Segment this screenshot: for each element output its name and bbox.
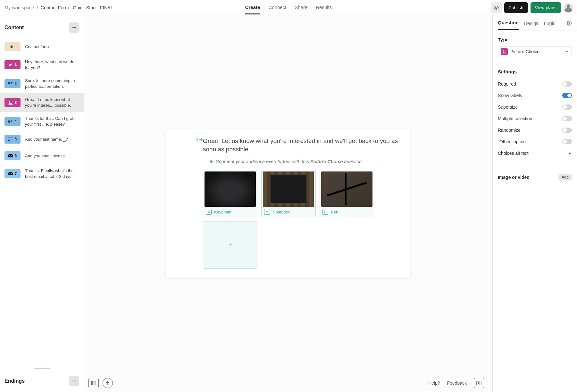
- publish-button[interactable]: Publish: [504, 2, 528, 13]
- svg-rect-21: [8, 172, 13, 175]
- plus-icon: +: [72, 378, 76, 384]
- picture-choice-icon: [501, 48, 508, 55]
- sidebar-item-6[interactable]: 6And you email please...: [0, 147, 84, 164]
- collapse-panel-button[interactable]: [474, 378, 484, 388]
- svg-point-26: [503, 50, 504, 52]
- setting-multiple: Multiple selection: [498, 113, 572, 124]
- toggle-multiple[interactable]: [562, 116, 572, 121]
- panel-left-icon: [91, 380, 96, 386]
- breadcrumb-title[interactable]: Contact Form - Quick Start - FINAL ...: [41, 5, 118, 10]
- question-number: 1: [15, 62, 17, 67]
- svg-rect-8: [11, 83, 12, 84]
- chevron-down-icon: [567, 151, 572, 155]
- svg-point-25: [569, 22, 570, 24]
- arrow-right-icon: [199, 138, 203, 141]
- question-chip: 7: [4, 169, 21, 178]
- sidebar-item-7[interactable]: 7Thanks. Finally, what's the best email …: [0, 164, 84, 183]
- question-label: Great. Let us know what you're interes..…: [25, 97, 79, 108]
- nav-connect[interactable]: Connect: [268, 1, 286, 14]
- svg-rect-14: [11, 121, 12, 122]
- question-chip: 6: [4, 151, 21, 160]
- nav-share[interactable]: Share: [295, 1, 307, 14]
- question-type-icon: [8, 100, 13, 105]
- svg-rect-15: [8, 138, 10, 138]
- setting-label: Multiple selection: [498, 116, 532, 121]
- collapse-sidebar-button[interactable]: [88, 378, 99, 388]
- question-type-icon: [8, 171, 13, 176]
- tab-settings-icon[interactable]: [567, 21, 572, 29]
- svg-point-9: [9, 101, 10, 103]
- question-chip: 5: [4, 135, 21, 144]
- question-label: Contact form: [25, 44, 49, 50]
- content-heading: Content: [4, 25, 24, 30]
- avatar[interactable]: [564, 3, 573, 13]
- preview-button[interactable]: [491, 2, 502, 13]
- sidebar-item-4[interactable]: 4Thanks for that. Can I grab your first …: [0, 112, 84, 131]
- gear-icon: [567, 21, 572, 26]
- diamond-icon: [209, 160, 213, 163]
- svg-rect-7: [11, 82, 13, 83]
- svg-rect-10: [8, 120, 10, 121]
- add-media-button[interactable]: Add: [558, 174, 572, 180]
- question-chip: [4, 42, 21, 51]
- question-description[interactable]: Segment your audience even further with …: [210, 159, 400, 164]
- question-label: Hey there, what can we do for you?: [25, 59, 79, 70]
- nav-create[interactable]: Create: [245, 1, 260, 14]
- question-type-icon: [8, 137, 13, 141]
- toggle-supersize[interactable]: [562, 104, 572, 110]
- choice-label: Keychain: [214, 210, 231, 214]
- toggle-showlabels[interactable]: [562, 93, 572, 98]
- toggle-randomize[interactable]: [562, 128, 572, 133]
- sidebar-item-3[interactable]: 3Great. Let us know what you're interes.…: [0, 93, 84, 112]
- sidebar-item-5[interactable]: 5And your last name, _?: [0, 131, 84, 147]
- question-label: Thanks. Finally, what's the best email a…: [25, 168, 79, 179]
- question-type-icon: [8, 119, 13, 124]
- question-label: And your last name, _?: [25, 137, 68, 142]
- question-type-value: Picture Choice: [510, 49, 539, 54]
- svg-rect-6: [8, 85, 10, 85]
- toggle-other[interactable]: [562, 139, 572, 144]
- svg-rect-19: [11, 139, 12, 139]
- choices-alt-text-row[interactable]: Choices alt text: [498, 147, 572, 159]
- question-label: Sure. Is there something in particular..…: [25, 78, 79, 89]
- choice-a[interactable]: AKeychain: [203, 170, 257, 217]
- sidebar-item-1[interactable]: 1Hey there, what can we do for you?: [0, 55, 84, 74]
- toggle-required[interactable]: [562, 81, 572, 87]
- choice-label: Notebook: [272, 210, 290, 214]
- setting-supersize: Supersize: [498, 101, 572, 113]
- setting-label: Supersize: [498, 104, 518, 110]
- setting-label: Required: [498, 81, 516, 87]
- question-type-icon: [8, 81, 13, 86]
- choice-key: A: [206, 209, 212, 215]
- question-number: 5: [15, 137, 17, 142]
- question-chip: 1: [4, 60, 21, 69]
- eye-icon: [493, 5, 499, 11]
- help-link[interactable]: Help?: [428, 380, 440, 386]
- svg-rect-20: [8, 154, 13, 157]
- question-number: 6: [15, 153, 17, 158]
- svg-rect-11: [8, 121, 10, 122]
- question-number: 4: [15, 119, 17, 124]
- question-type-select[interactable]: Picture Choice: [498, 46, 572, 57]
- add-content-button[interactable]: +: [69, 22, 79, 33]
- view-plans-button[interactable]: View plans: [531, 2, 561, 13]
- accessibility-button[interactable]: [103, 378, 113, 388]
- question-text[interactable]: Great. Let us know what you're intereste…: [203, 137, 400, 153]
- tab-design[interactable]: Design: [524, 21, 539, 30]
- choice-key: B: [264, 209, 270, 215]
- tab-logic[interactable]: Logic: [544, 21, 556, 30]
- sidebar-item-2[interactable]: 2Sure. Is there something in particular.…: [0, 74, 84, 93]
- choice-c[interactable]: CPen: [320, 170, 374, 217]
- svg-rect-4: [8, 82, 10, 83]
- add-ending-button[interactable]: +: [69, 376, 79, 386]
- choice-b[interactable]: BNotebook: [261, 170, 316, 217]
- add-choice-button[interactable]: +: [203, 221, 257, 269]
- feedback-link[interactable]: Feedback: [447, 380, 467, 386]
- setting-required: Required: [498, 78, 572, 90]
- question-number: 3: [196, 138, 198, 142]
- svg-rect-5: [8, 83, 10, 84]
- breadcrumb-workspace[interactable]: My workspace: [4, 5, 34, 10]
- sidebar-item-welcome[interactable]: Contact form: [0, 38, 84, 55]
- nav-results[interactable]: Results: [316, 1, 332, 14]
- tab-question[interactable]: Question: [498, 20, 519, 30]
